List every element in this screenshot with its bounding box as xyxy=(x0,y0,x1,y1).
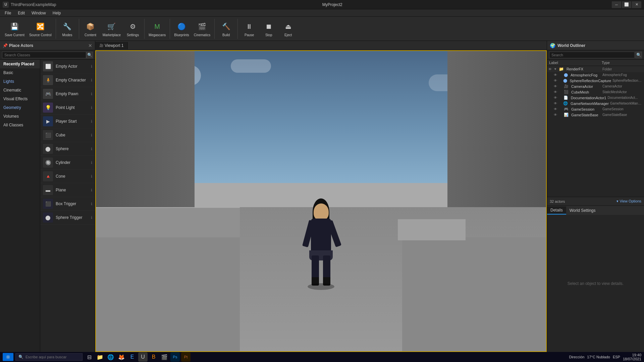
wo-label-cubemesh: CubeMesh xyxy=(571,90,601,94)
wo-row-atmosphericfog[interactable]: 👁 ⬤ AtmosphericFog AtmosphericFog xyxy=(547,72,644,78)
wo-row-cubemesh[interactable]: 👁 ⬛ CubeMesh StaticMeshActor xyxy=(547,89,644,95)
actor-empty-actor[interactable]: ⬜ Empty Actor ℹ xyxy=(40,60,95,73)
taskbar-blender[interactable]: B xyxy=(149,352,158,362)
pause-button[interactable]: ⏸ Pause xyxy=(240,18,259,40)
cinematics-button[interactable]: 🎬 Cinematics xyxy=(192,18,212,40)
taskbar-edge[interactable]: E xyxy=(127,352,137,362)
viewport[interactable] xyxy=(95,50,547,352)
wo-eye-gamenetwork[interactable]: 👁 xyxy=(554,102,557,105)
actor-cone[interactable]: 🔺 Cone ℹ xyxy=(40,170,95,183)
taskbar-task-view[interactable]: ⊟ xyxy=(85,352,94,362)
wo-eye-cubemesh[interactable]: 👁 xyxy=(554,90,557,94)
actor-player-start-label: Player Start xyxy=(56,119,88,124)
search-classes-input[interactable] xyxy=(2,52,86,58)
actor-cube-info[interactable]: ℹ xyxy=(91,133,92,137)
actor-empty-pawn-info[interactable]: ℹ xyxy=(91,92,92,96)
actor-sphere-info[interactable]: ℹ xyxy=(91,147,92,151)
taskbar-pt[interactable]: Pt xyxy=(181,352,191,362)
world-settings-tab[interactable]: World Settings xyxy=(566,207,599,214)
taskbar-davinci[interactable]: 🎬 xyxy=(160,352,169,362)
taskbar-unreal[interactable]: U xyxy=(138,352,148,362)
actor-empty-character-info[interactable]: ℹ xyxy=(91,78,92,82)
wo-eye-atmosphericfog[interactable]: 👁 xyxy=(554,73,557,77)
source-control-button[interactable]: 🔀 Source Control xyxy=(27,18,54,40)
actor-box-trigger-info[interactable]: ℹ xyxy=(91,202,92,206)
wo-view-options-button[interactable]: ▾ View Options xyxy=(616,199,641,203)
category-basic[interactable]: Basic xyxy=(0,68,40,77)
actor-sphere-trigger-info[interactable]: ℹ xyxy=(91,216,92,220)
wo-row-gamenetworkmanager[interactable]: 👁 🌐 GameNetworkManager GameNetworkMana..… xyxy=(547,101,644,106)
save-current-button[interactable]: 💾 Save Current xyxy=(3,18,26,40)
marketplace-button[interactable]: 🛒 Marketplace xyxy=(101,18,123,40)
category-all-classes[interactable]: All Classes xyxy=(0,121,40,129)
wo-eye-gamestatebase[interactable]: 👁 xyxy=(554,113,557,117)
actor-sphere-trigger[interactable]: ⬤ Sphere Trigger ℹ xyxy=(40,211,95,225)
wo-row-gamesession[interactable]: 👁 🎮 GameSession GameSession xyxy=(547,106,644,112)
eject-button[interactable]: ⏏ Eject xyxy=(279,18,298,40)
content-button[interactable]: 📦 Content xyxy=(81,18,100,40)
actor-cylinder[interactable]: 🔘 Cylinder ℹ xyxy=(40,156,95,170)
actor-empty-pawn[interactable]: 🎮 Empty Pawn ℹ xyxy=(40,87,95,101)
actor-sphere[interactable]: ⬤ Sphere ℹ xyxy=(40,142,95,156)
actor-plane-info[interactable]: ℹ xyxy=(91,188,92,192)
actor-cube[interactable]: ⬛ Cube ℹ xyxy=(40,128,95,142)
wo-row-cameraactor[interactable]: 👁 🎥 CameraActor CameraActor xyxy=(547,83,644,89)
actor-player-start[interactable]: ▶ Player Start ℹ xyxy=(40,115,95,128)
actor-box-trigger[interactable]: ⬛ Box Trigger ℹ xyxy=(40,197,95,211)
start-button[interactable]: ⊞ xyxy=(3,353,13,361)
wo-search-button[interactable]: 🔍 xyxy=(635,52,642,58)
wo-row-documentationactor1[interactable]: 👁 📄 DocumentationActor1 DocumentationAct… xyxy=(547,95,644,101)
wo-search-input[interactable] xyxy=(549,52,635,58)
actor-cylinder-info[interactable]: ℹ xyxy=(91,161,92,165)
wo-label-cameraactor: CameraActor xyxy=(571,84,601,88)
category-geometry[interactable]: Geometry xyxy=(0,103,40,112)
wo-expand-renderfx[interactable]: ▼ xyxy=(554,67,557,71)
taskbar-weather: 17°C Nublado xyxy=(587,355,610,359)
actor-point-light[interactable]: 💡 Point Light ℹ xyxy=(40,101,95,115)
category-cinematic[interactable]: Cinematic xyxy=(0,86,40,95)
search-classes-button[interactable]: 🔍 xyxy=(86,52,93,58)
blueprints-button[interactable]: 🔵 Blueprints xyxy=(172,18,191,40)
build-button[interactable]: 🔨 Build xyxy=(217,18,235,40)
wo-eye-gamesession[interactable]: 👁 xyxy=(554,107,557,111)
wo-eye-docactor[interactable]: 👁 xyxy=(554,96,557,100)
wo-search-bar: 🔍 xyxy=(547,50,644,60)
settings-button[interactable]: ⚙ Settings xyxy=(123,18,142,40)
titlebar: U ThirdPersonExampleMap MyProject2 ─ ⬜ ✕ xyxy=(0,0,644,9)
taskbar-search-input[interactable] xyxy=(25,355,79,359)
menu-help[interactable]: Help xyxy=(49,10,64,16)
restore-button[interactable]: ⬜ xyxy=(622,1,631,8)
details-tab[interactable]: Details xyxy=(547,206,566,215)
wo-eye-renderfx[interactable]: 👁 xyxy=(548,67,552,71)
megascans-button[interactable]: M Megascans xyxy=(147,18,168,40)
wo-eye-cameraactor[interactable]: 👁 xyxy=(554,84,557,88)
category-volumes[interactable]: Volumes xyxy=(0,112,40,121)
minimize-button[interactable]: ─ xyxy=(612,1,621,8)
actor-empty-actor-info[interactable]: ℹ xyxy=(91,64,92,69)
menu-file[interactable]: File xyxy=(1,10,14,16)
wo-row-spherereflectioncapture[interactable]: 👁 ⬤ SphereReflectionCapture SphereReflec… xyxy=(547,78,644,83)
stop-button[interactable]: ⏹ Stop xyxy=(259,18,278,40)
taskbar-ps[interactable]: Ps xyxy=(170,352,180,362)
actor-empty-character[interactable]: 🧍 Empty Character ℹ xyxy=(40,73,95,87)
actor-player-start-info[interactable]: ℹ xyxy=(91,119,92,124)
category-lights[interactable]: Lights xyxy=(0,77,40,86)
modes-button[interactable]: 🔧 Modes xyxy=(58,18,77,40)
wo-row-gamestatebase[interactable]: 👁 📊 GameStateBase GameStateBase xyxy=(547,112,644,118)
category-recently-placed[interactable]: Recently Placed xyxy=(0,60,40,68)
category-visual-effects[interactable]: Visual Effects xyxy=(0,95,40,103)
menu-edit[interactable]: Edit xyxy=(14,10,28,16)
wo-eye-spherereflection[interactable]: 👁 xyxy=(554,79,557,82)
close-button[interactable]: ✕ xyxy=(632,1,641,8)
taskbar-browser[interactable]: 🌐 xyxy=(106,352,115,362)
actor-cone-info[interactable]: ℹ xyxy=(91,174,92,179)
place-actors-close[interactable]: ✕ xyxy=(88,43,92,48)
taskbar-firefox[interactable]: 🦊 xyxy=(117,352,126,362)
menu-window[interactable]: Window xyxy=(28,10,49,16)
wo-row-renderfx[interactable]: 👁 ▼ 📁 RenderFX Folder xyxy=(547,66,644,72)
actor-plane[interactable]: ▬ Plane ℹ xyxy=(40,183,95,197)
world-outliner-icon: 🌍 xyxy=(550,43,555,48)
taskbar-explorer[interactable]: 📁 xyxy=(95,352,105,362)
actor-point-light-info[interactable]: ℹ xyxy=(91,106,92,110)
viewport-tab-1[interactable]: 🎥 Viewport 1 xyxy=(95,42,128,49)
